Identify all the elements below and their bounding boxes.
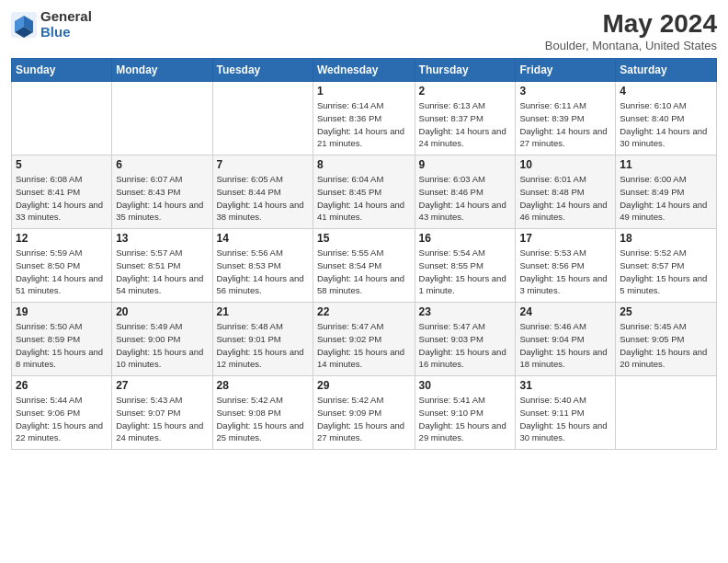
col-sunday: Sunday <box>12 59 112 82</box>
day-info: Sunrise: 6:04 AM Sunset: 8:45 PM Dayligh… <box>317 173 411 224</box>
table-row <box>616 376 717 450</box>
day-number: 23 <box>419 305 512 318</box>
day-info: Sunrise: 6:11 AM Sunset: 8:39 PM Dayligh… <box>519 99 611 150</box>
day-number: 20 <box>116 305 208 318</box>
day-number: 27 <box>116 379 208 392</box>
day-info: Sunrise: 5:43 AM Sunset: 9:07 PM Dayligh… <box>116 394 208 444</box>
table-row: 18Sunrise: 5:52 AM Sunset: 8:57 PM Dayli… <box>616 229 717 303</box>
day-info: Sunrise: 5:53 AM Sunset: 8:56 PM Dayligh… <box>519 247 611 297</box>
day-number: 28 <box>217 379 309 392</box>
day-info: Sunrise: 5:54 AM Sunset: 8:55 PM Dayligh… <box>419 247 512 297</box>
location: Boulder, Montana, United States <box>545 39 717 52</box>
day-number: 13 <box>116 232 208 245</box>
table-row: 7Sunrise: 6:05 AM Sunset: 8:44 PM Daylig… <box>212 155 313 229</box>
day-info: Sunrise: 6:01 AM Sunset: 8:48 PM Dayligh… <box>519 173 611 224</box>
day-info: Sunrise: 6:10 AM Sunset: 8:40 PM Dayligh… <box>620 99 712 150</box>
day-number: 19 <box>16 305 108 318</box>
day-info: Sunrise: 5:47 AM Sunset: 9:03 PM Dayligh… <box>419 320 512 371</box>
col-thursday: Thursday <box>415 59 516 82</box>
day-number: 1 <box>317 85 411 98</box>
day-info: Sunrise: 6:13 AM Sunset: 8:37 PM Dayligh… <box>419 99 512 150</box>
table-row: 9Sunrise: 6:03 AM Sunset: 8:46 PM Daylig… <box>415 155 516 229</box>
day-number: 25 <box>620 305 712 318</box>
table-row: 27Sunrise: 5:43 AM Sunset: 9:07 PM Dayli… <box>112 376 212 450</box>
day-info: Sunrise: 6:05 AM Sunset: 8:44 PM Dayligh… <box>217 173 309 224</box>
table-row: 26Sunrise: 5:44 AM Sunset: 9:06 PM Dayli… <box>12 376 112 450</box>
logo-icon <box>11 12 37 38</box>
day-number: 9 <box>419 158 512 171</box>
day-info: Sunrise: 5:49 AM Sunset: 9:00 PM Dayligh… <box>116 320 208 371</box>
page-container: General Blue May 2024 Boulder, Montana, … <box>0 0 728 563</box>
table-row: 11Sunrise: 6:00 AM Sunset: 8:49 PM Dayli… <box>616 155 717 229</box>
day-info: Sunrise: 5:48 AM Sunset: 9:01 PM Dayligh… <box>217 320 309 371</box>
calendar-header-row: Sunday Monday Tuesday Wednesday Thursday… <box>12 59 717 82</box>
calendar-week-row: 5Sunrise: 6:08 AM Sunset: 8:41 PM Daylig… <box>12 155 717 229</box>
day-info: Sunrise: 6:14 AM Sunset: 8:36 PM Dayligh… <box>317 99 411 150</box>
day-number: 14 <box>217 232 309 245</box>
table-row: 3Sunrise: 6:11 AM Sunset: 8:39 PM Daylig… <box>516 82 616 155</box>
day-info: Sunrise: 5:57 AM Sunset: 8:51 PM Dayligh… <box>116 247 208 297</box>
day-number: 16 <box>419 232 512 245</box>
logo-blue: Blue <box>40 25 92 40</box>
day-number: 21 <box>217 305 309 318</box>
table-row: 15Sunrise: 5:55 AM Sunset: 8:54 PM Dayli… <box>313 229 415 303</box>
table-row: 19Sunrise: 5:50 AM Sunset: 8:59 PM Dayli… <box>12 303 112 376</box>
table-row <box>112 82 212 155</box>
col-monday: Monday <box>112 59 212 82</box>
table-row: 23Sunrise: 5:47 AM Sunset: 9:03 PM Dayli… <box>415 303 516 376</box>
table-row: 10Sunrise: 6:01 AM Sunset: 8:48 PM Dayli… <box>516 155 616 229</box>
day-number: 5 <box>16 158 108 171</box>
day-number: 12 <box>16 232 108 245</box>
day-info: Sunrise: 6:00 AM Sunset: 8:49 PM Dayligh… <box>620 173 712 224</box>
table-row <box>212 82 313 155</box>
title-section: May 2024 Boulder, Montana, United States <box>545 9 717 52</box>
page-header: General Blue May 2024 Boulder, Montana, … <box>11 9 717 52</box>
logo-text: General Blue <box>40 9 92 40</box>
day-info: Sunrise: 5:52 AM Sunset: 8:57 PM Dayligh… <box>620 247 712 297</box>
day-number: 31 <box>519 379 611 392</box>
calendar-week-row: 1Sunrise: 6:14 AM Sunset: 8:36 PM Daylig… <box>12 82 717 155</box>
day-info: Sunrise: 5:50 AM Sunset: 8:59 PM Dayligh… <box>16 320 108 371</box>
col-wednesday: Wednesday <box>313 59 415 82</box>
day-number: 22 <box>317 305 411 318</box>
calendar-week-row: 12Sunrise: 5:59 AM Sunset: 8:50 PM Dayli… <box>12 229 717 303</box>
day-number: 10 <box>519 158 611 171</box>
day-number: 11 <box>620 158 712 171</box>
day-number: 15 <box>317 232 411 245</box>
table-row: 29Sunrise: 5:42 AM Sunset: 9:09 PM Dayli… <box>313 376 415 450</box>
table-row: 28Sunrise: 5:42 AM Sunset: 9:08 PM Dayli… <box>212 376 313 450</box>
table-row: 8Sunrise: 6:04 AM Sunset: 8:45 PM Daylig… <box>313 155 415 229</box>
day-number: 17 <box>519 232 611 245</box>
day-number: 18 <box>620 232 712 245</box>
day-number: 2 <box>419 85 512 98</box>
day-info: Sunrise: 6:03 AM Sunset: 8:46 PM Dayligh… <box>419 173 512 224</box>
table-row: 21Sunrise: 5:48 AM Sunset: 9:01 PM Dayli… <box>212 303 313 376</box>
table-row <box>12 82 112 155</box>
day-info: Sunrise: 5:59 AM Sunset: 8:50 PM Dayligh… <box>16 247 108 297</box>
calendar-week-row: 19Sunrise: 5:50 AM Sunset: 8:59 PM Dayli… <box>12 303 717 376</box>
table-row: 6Sunrise: 6:07 AM Sunset: 8:43 PM Daylig… <box>112 155 212 229</box>
day-info: Sunrise: 5:56 AM Sunset: 8:53 PM Dayligh… <box>217 247 309 297</box>
day-number: 26 <box>16 379 108 392</box>
table-row: 1Sunrise: 6:14 AM Sunset: 8:36 PM Daylig… <box>313 82 415 155</box>
table-row: 17Sunrise: 5:53 AM Sunset: 8:56 PM Dayli… <box>516 229 616 303</box>
day-number: 8 <box>317 158 411 171</box>
day-number: 30 <box>419 379 512 392</box>
col-friday: Friday <box>516 59 616 82</box>
day-info: Sunrise: 5:46 AM Sunset: 9:04 PM Dayligh… <box>519 320 611 371</box>
day-number: 29 <box>317 379 411 392</box>
day-info: Sunrise: 5:55 AM Sunset: 8:54 PM Dayligh… <box>317 247 411 297</box>
day-info: Sunrise: 6:07 AM Sunset: 8:43 PM Dayligh… <box>116 173 208 224</box>
table-row: 5Sunrise: 6:08 AM Sunset: 8:41 PM Daylig… <box>12 155 112 229</box>
day-number: 6 <box>116 158 208 171</box>
day-number: 4 <box>620 85 712 98</box>
day-number: 24 <box>519 305 611 318</box>
day-info: Sunrise: 5:40 AM Sunset: 9:11 PM Dayligh… <box>519 394 611 444</box>
day-number: 7 <box>217 158 309 171</box>
calendar: Sunday Monday Tuesday Wednesday Thursday… <box>11 58 717 450</box>
day-info: Sunrise: 6:08 AM Sunset: 8:41 PM Dayligh… <box>16 173 108 224</box>
table-row: 2Sunrise: 6:13 AM Sunset: 8:37 PM Daylig… <box>415 82 516 155</box>
day-number: 3 <box>519 85 611 98</box>
calendar-week-row: 26Sunrise: 5:44 AM Sunset: 9:06 PM Dayli… <box>12 376 717 450</box>
table-row: 31Sunrise: 5:40 AM Sunset: 9:11 PM Dayli… <box>516 376 616 450</box>
